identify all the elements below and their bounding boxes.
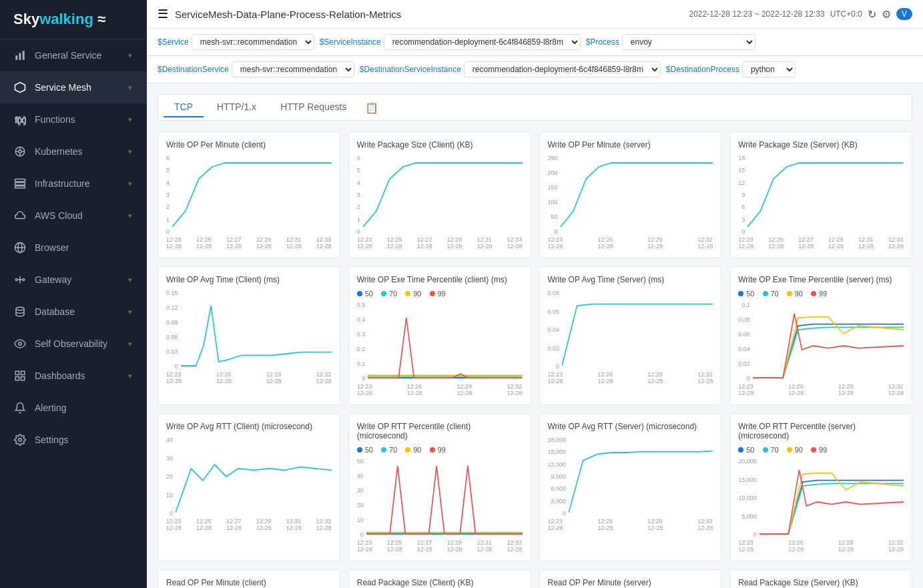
tab-tcp[interactable]: TCP bbox=[164, 97, 204, 117]
copy-icon[interactable]: 📋 bbox=[365, 101, 378, 114]
content-area: TCP HTTP/1.x HTTP Requests 📋 Write OP Pe… bbox=[147, 83, 923, 588]
legend-item: 50 bbox=[738, 446, 754, 454]
kubernetes-icon bbox=[13, 145, 27, 158]
sidebar-item-dashboards[interactable]: Dashboards ▼ bbox=[0, 360, 147, 392]
y-label: 5 bbox=[357, 167, 360, 174]
legend-label: 90 bbox=[413, 290, 421, 298]
bar-chart-icon bbox=[13, 49, 27, 62]
legend-label: 99 bbox=[819, 446, 827, 454]
service-instance-filter: $ServiceInstance recommendation-deployme… bbox=[320, 34, 581, 50]
legend-dot bbox=[787, 291, 792, 296]
y-label: 0.15 bbox=[166, 290, 178, 296]
chart-title: Write OP Avg Time (Client) (ms) bbox=[166, 275, 332, 284]
chart-area: 18,00015,00012,0009,0006,0003,0000 bbox=[548, 436, 713, 517]
sidebar-item-database[interactable]: Database ▼ bbox=[0, 296, 147, 328]
y-label: 9,000 bbox=[548, 473, 567, 480]
server-icon bbox=[13, 177, 27, 190]
y-label: 12,000 bbox=[548, 461, 567, 468]
dest-service-instance-select[interactable]: recommendation-deployment-6c4f846859-l8r… bbox=[464, 61, 661, 77]
sidebar-item-aws-cloud[interactable]: AWS Cloud ▼ bbox=[0, 200, 147, 232]
legend-item: 99 bbox=[430, 290, 446, 298]
legend-dot bbox=[405, 291, 410, 296]
y-label: 0 bbox=[548, 510, 567, 517]
service-select[interactable]: mesh-svr::recommendation bbox=[192, 34, 314, 50]
refresh-icon[interactable]: ↻ bbox=[868, 8, 876, 21]
dest-process-filter: $DestinationProcess python bbox=[666, 61, 796, 77]
tab-http-requests[interactable]: HTTP Requests bbox=[270, 97, 357, 117]
topbar: ☰ ServiceMesh-Data-Plane-Process-Relatio… bbox=[147, 0, 923, 29]
sidebar-item-functions[interactable]: f(x) Functions ▼ bbox=[0, 103, 147, 135]
y-label: 0 bbox=[357, 228, 360, 235]
svg-rect-12 bbox=[15, 183, 25, 186]
y-label: 0 bbox=[548, 363, 560, 370]
legend-label: 70 bbox=[389, 446, 397, 454]
dest-service-instance-label: $DestinationServiceInstance bbox=[360, 65, 461, 74]
dest-process-select[interactable]: python bbox=[742, 61, 796, 77]
y-label: 0.02 bbox=[738, 360, 750, 367]
chevron-down-icon: ▼ bbox=[127, 52, 133, 59]
y-label: 2 bbox=[357, 204, 360, 210]
chart-title: Read Package Size (Client) (KB) bbox=[357, 578, 523, 587]
tab-bar: TCP HTTP/1.x HTTP Requests 📋 bbox=[158, 94, 912, 121]
sidebar-item-settings[interactable]: Settings bbox=[0, 424, 147, 456]
timezone: UTC+0:0 bbox=[830, 9, 862, 19]
sidebar-item-label: Gateway bbox=[35, 274, 71, 285]
legend-label: 70 bbox=[771, 290, 779, 298]
database-icon bbox=[13, 305, 27, 318]
tab-http1x[interactable]: HTTP/1.x bbox=[206, 97, 267, 117]
legend-label: 90 bbox=[795, 290, 803, 298]
legend-dot bbox=[405, 447, 410, 453]
chart-card-1: Write Package Size (Client) (KB) 6543210… bbox=[348, 131, 531, 258]
dest-service-select[interactable]: mesh-svr::recommendation bbox=[232, 61, 354, 77]
chart-card-12: Read OP Per Minute (client) 10 12:2312-2… bbox=[158, 569, 340, 588]
sidebar-item-self-observability[interactable]: Self Observability ▼ bbox=[0, 328, 147, 360]
legend-item: 90 bbox=[405, 290, 421, 298]
service-filter: $Service mesh-svr::recommendation bbox=[158, 34, 314, 50]
chart-area: 0.080.060.040.020 bbox=[548, 290, 713, 370]
y-label: 6 bbox=[166, 155, 170, 162]
time-range: 2022-12-28 12:23 ~ 2022-12-28 12:33 bbox=[689, 9, 824, 19]
dashboard-icon bbox=[13, 369, 27, 382]
y-label: 0.1 bbox=[738, 302, 750, 308]
sidebar-item-alerting[interactable]: Alerting bbox=[0, 392, 147, 424]
sidebar-item-label: Settings bbox=[35, 434, 69, 445]
process-select[interactable]: envoy bbox=[622, 34, 755, 50]
y-label: 15,000 bbox=[548, 449, 567, 455]
filter-bar-row1: $Service mesh-svr::recommendation $Servi… bbox=[147, 29, 923, 56]
y-label: 0.3 bbox=[357, 331, 366, 338]
y-label: 0.03 bbox=[166, 348, 178, 355]
chart-area: 20,00015,00010,0005,0000 bbox=[738, 458, 904, 538]
svg-rect-1 bbox=[19, 53, 21, 60]
menu-icon[interactable]: ☰ bbox=[158, 7, 168, 21]
sidebar-item-label: Service Mesh bbox=[35, 82, 91, 93]
chart-title: Write Package Size (Client) (KB) bbox=[357, 140, 523, 150]
chart-card-14: Read OP Per Minute (server) 150 12:2312-… bbox=[539, 569, 722, 588]
sidebar-item-general-service[interactable]: General Service ▼ bbox=[0, 39, 147, 71]
y-label: 3 bbox=[738, 216, 745, 223]
y-label: 30 bbox=[166, 455, 173, 462]
sidebar-item-service-mesh[interactable]: Service Mesh ▼ bbox=[0, 71, 147, 103]
toggle-button[interactable]: V bbox=[896, 8, 912, 20]
sidebar-item-browser[interactable]: Browser bbox=[0, 232, 147, 264]
sidebar-item-label: Alerting bbox=[35, 402, 66, 413]
dest-service-instance-filter: $DestinationServiceInstance recommendati… bbox=[360, 61, 661, 77]
chart-area: 403020100 bbox=[166, 436, 332, 517]
service-instance-select[interactable]: recommendation-deployment-6c4f846859-l8r… bbox=[384, 34, 581, 50]
svg-rect-2 bbox=[23, 51, 25, 60]
sidebar-item-kubernetes[interactable]: Kubernetes ▼ bbox=[0, 135, 147, 168]
y-label: 6 bbox=[357, 155, 360, 162]
sidebar-item-infrastructure[interactable]: Infrastructure ▼ bbox=[0, 168, 147, 200]
settings-icon[interactable]: ⚙ bbox=[882, 8, 891, 21]
chart-svg-container bbox=[753, 302, 904, 382]
legend-label: 90 bbox=[795, 446, 803, 454]
sidebar-item-gateway[interactable]: Gateway ▼ bbox=[0, 264, 147, 296]
chart-svg-container bbox=[363, 155, 523, 235]
service-instance-label: $ServiceInstance bbox=[320, 37, 381, 47]
chart-area: 250200150100500 bbox=[548, 155, 713, 235]
chart-card-2: Write OP Per Minute (server) 25020015010… bbox=[539, 131, 722, 258]
y-label: 0 bbox=[548, 228, 558, 235]
y-label: 0 bbox=[357, 531, 364, 538]
legend-label: 70 bbox=[389, 290, 397, 298]
svg-rect-11 bbox=[15, 179, 25, 182]
chart-svg-container bbox=[747, 155, 904, 235]
